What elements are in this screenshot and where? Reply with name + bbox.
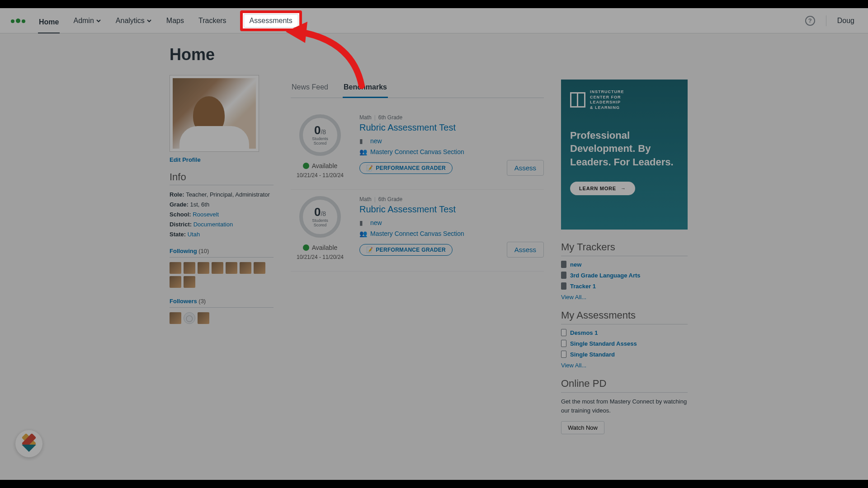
document-icon [561, 351, 566, 358]
info-row: District: Documentation [170, 220, 274, 230]
page-title: Home [170, 45, 274, 64]
card-breadcrumb: Math|6th Grade [359, 196, 544, 202]
avatar[interactable] [240, 262, 251, 274]
status-dot-icon [303, 244, 309, 251]
top-nav: HomeAdminAnalyticsMapsTrackersAssessment… [0, 8, 868, 33]
tracker-icon [561, 261, 566, 268]
nav-item-analytics[interactable]: Analytics [115, 15, 153, 27]
info-link[interactable]: Roosevelt [193, 211, 219, 218]
avatar[interactable] [170, 262, 181, 274]
annotation-arrow-icon [280, 18, 380, 99]
avatar[interactable] [184, 262, 195, 274]
card-breadcrumb: Math|6th Grade [359, 114, 544, 121]
assessment-title-link[interactable]: Rubric Assessment Test [359, 204, 544, 215]
avatar[interactable] [254, 262, 265, 274]
grader-icon: 📝 [366, 165, 373, 171]
people-icon: 👥 [359, 230, 367, 237]
promo-logo-icon [570, 92, 585, 108]
assessment-title-link[interactable]: Rubric Assessment Test [359, 122, 544, 133]
info-link[interactable]: Documentation [193, 221, 233, 228]
info-row: State: Utah [170, 230, 274, 239]
promo-banner: INSTRUCTURE CENTER FOR LEADERSHIP & LEAR… [561, 80, 688, 230]
nav-item-maps[interactable]: Maps [165, 15, 185, 27]
tracker-link[interactable]: 3rd Grade Language Arts [561, 272, 688, 279]
avatar[interactable] [170, 312, 181, 324]
trackers-view-all-link[interactable]: View All... [561, 294, 586, 300]
followers-count: (3) [198, 298, 206, 305]
avatar[interactable] [198, 262, 209, 274]
availability-status: Available [303, 162, 338, 169]
status-dot-icon [303, 163, 309, 169]
section-link[interactable]: 👥Mastery Connect Canvas Section [359, 148, 544, 155]
tracker-link[interactable]: new [561, 261, 688, 268]
date-range: 10/21/24 - 11/20/24 [297, 254, 344, 260]
assess-button[interactable]: Assess [507, 242, 544, 258]
arrow-right-icon: → [621, 186, 626, 191]
tracker-icon [561, 272, 566, 279]
assessment-link[interactable]: Desmos 1 [561, 329, 688, 336]
promo-cta-label: LEARN MORE [579, 186, 616, 191]
score-ring: 0/8 Students Scored [299, 114, 341, 156]
help-icon[interactable]: ? [805, 16, 815, 26]
promo-cta-button[interactable]: LEARN MORE → [570, 182, 635, 195]
avatar[interactable] [226, 262, 237, 274]
benchmark-card: 0/8 Students Scored Available 10/21/24 -… [291, 190, 544, 272]
tracker-icon: ▮ [359, 219, 367, 226]
user-menu[interactable]: Doug [837, 17, 857, 25]
avatar[interactable] [184, 276, 195, 288]
chevron-down-icon [146, 18, 152, 23]
logo-icon[interactable] [11, 19, 25, 23]
profile-photo [170, 75, 259, 152]
tracker-link[interactable]: ▮new [359, 137, 544, 145]
document-icon [561, 340, 566, 347]
avatar[interactable] [198, 312, 209, 324]
following-link[interactable]: Following [170, 248, 197, 254]
avatar[interactable]: ◯ [184, 312, 195, 324]
chevron-down-icon [96, 18, 101, 23]
grader-icon: 📝 [366, 247, 373, 253]
my-assessments-heading: My Assessments [561, 310, 688, 324]
following-count: (10) [198, 248, 209, 254]
tracker-link[interactable]: ▮new [359, 219, 544, 226]
info-link[interactable]: Utah [188, 231, 200, 238]
section-link[interactable]: 👥Mastery Connect Canvas Section [359, 230, 544, 237]
tracker-link[interactable]: Tracker 1 [561, 282, 688, 290]
info-heading: Info [170, 171, 274, 185]
availability-status: Available [303, 244, 338, 251]
followers-link[interactable]: Followers [170, 298, 197, 305]
performance-grader-button[interactable]: 📝PERFORMANCE GRADER [359, 162, 453, 174]
assessments-view-all-link[interactable]: View All... [561, 362, 586, 369]
score-ring: 0/8 Students Scored [299, 196, 341, 238]
nav-item-home[interactable]: Home [38, 16, 60, 33]
benchmark-card: 0/8 Students Scored Available 10/21/24 -… [291, 108, 544, 190]
promo-headline: Professional Development. By Leaders. Fo… [570, 129, 679, 169]
online-pd-heading: Online PD [561, 378, 688, 393]
info-row: Role: Teacher, Principal, Administrator [170, 190, 274, 200]
watch-now-button[interactable]: Watch Now [561, 421, 604, 434]
user-name: Doug [837, 17, 854, 25]
assessment-link[interactable]: Single Standard [561, 351, 688, 358]
avatar[interactable] [170, 276, 181, 288]
info-row: School: Roosevelt [170, 210, 274, 220]
my-trackers-heading: My Trackers [561, 241, 688, 256]
assessment-link[interactable]: Single Standard Assess [561, 340, 688, 347]
help-fab[interactable] [15, 430, 42, 457]
nav-item-trackers[interactable]: Trackers [198, 15, 227, 27]
nav-item-admin[interactable]: Admin [72, 15, 102, 27]
assess-button[interactable]: Assess [507, 160, 544, 176]
pd-description: Get the most from Mastery Connect by wat… [561, 397, 688, 415]
edit-profile-link[interactable]: Edit Profile [170, 156, 201, 163]
info-row: Grade: 1st, 6th [170, 200, 274, 210]
performance-grader-button[interactable]: 📝PERFORMANCE GRADER [359, 244, 453, 256]
document-icon [561, 329, 566, 336]
promo-logo-text: INSTRUCTURE CENTER FOR LEADERSHIP & LEAR… [590, 89, 624, 111]
avatar[interactable] [212, 262, 223, 274]
date-range: 10/21/24 - 11/20/24 [297, 172, 344, 178]
people-icon: 👥 [359, 148, 367, 155]
tracker-icon: ▮ [359, 137, 367, 145]
tracker-icon [561, 282, 566, 290]
